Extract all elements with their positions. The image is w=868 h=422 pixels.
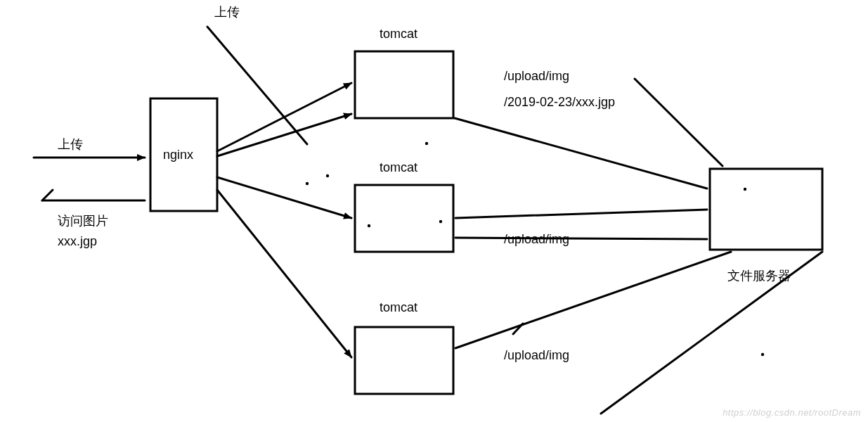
label-file-server: 文件服务器 [727,267,791,284]
watermark: https://blog.csdn.net/rootDream [723,407,861,418]
connector-line-6 [217,177,351,218]
connector-line-4 [217,83,351,151]
label-path1-line2: /2019-02-23/xxx.jgp [504,95,615,110]
stray-dot-5 [744,188,746,191]
box-server [710,169,822,250]
connector-line-3 [42,190,53,200]
label-path3: /upload/img [504,348,569,363]
label-access-image: 访问图片 xxx.jgp [58,211,108,252]
stray-dot-0 [326,174,329,177]
connector-line-10 [455,238,707,239]
connector-line-1 [207,27,307,144]
stray-dot-2 [425,142,428,145]
stray-dot-3 [368,224,370,227]
connector-line-11 [455,252,731,348]
connector-line-5 [217,114,351,156]
label-tomcat2: tomcat [380,160,417,175]
connector-line-8 [455,118,707,188]
connector-line-7 [217,190,351,357]
box-tomcat3 [355,327,453,394]
box-tomcat1 [355,51,453,118]
label-path2: /upload/img [504,232,569,247]
connector-line-9 [455,210,707,218]
connector-line-14 [513,324,523,334]
stray-dot-1 [306,182,309,185]
connector-line-13 [635,79,723,166]
label-tomcat1: tomcat [380,27,417,41]
box-tomcat2 [355,185,453,252]
label-tomcat3: tomcat [380,300,417,315]
label-path1-line1: /upload/img [504,69,569,84]
stray-dot-4 [439,220,442,223]
label-upload-top: 上传 [214,4,240,20]
stray-dot-6 [761,353,764,356]
label-nginx: nginx [163,148,193,162]
label-upload-left: 上传 [58,136,83,153]
